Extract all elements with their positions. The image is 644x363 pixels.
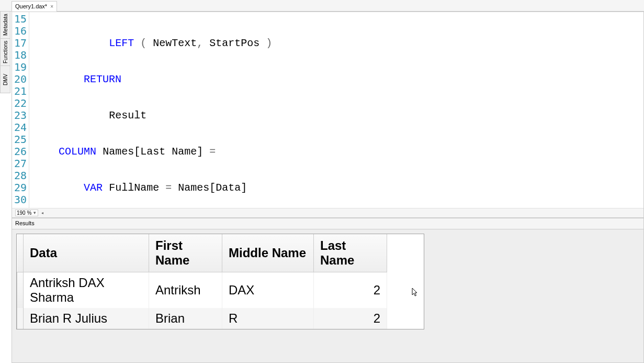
cell: Antriksh	[149, 272, 222, 309]
cell: R	[222, 308, 314, 329]
code-content[interactable]: LEFT ( NewText, StartPos ) RETURN Result…	[29, 12, 429, 209]
code-line: RETURN	[33, 73, 429, 85]
code-line: COLUMN Names[Last Name] =	[33, 146, 429, 158]
table-header-row: Data First Name Middle Name Last Name	[17, 234, 387, 272]
column-header[interactable]: First Name	[149, 234, 222, 272]
row-selector[interactable]	[17, 272, 24, 309]
chevron-down-icon: ▼	[32, 211, 37, 215]
cell: Brian	[149, 308, 222, 329]
tab-title: Query1.dax*	[15, 3, 47, 9]
side-tab-strip: Metadata Functions DMV	[0, 12, 10, 93]
side-tab-dmv[interactable]: DMV	[0, 66, 10, 93]
code-editor[interactable]: 15161718 19202122 23242526 27282930 LEFT…	[12, 12, 644, 218]
results-title: Results	[15, 220, 35, 226]
column-header[interactable]: Data	[24, 234, 149, 272]
cell: 2	[314, 272, 387, 309]
results-panel-header[interactable]: Results	[12, 218, 644, 229]
code-line: LEFT ( NewText, StartPos )	[33, 37, 429, 49]
row-selector-header	[17, 234, 24, 272]
table-row[interactable]: Antriksh DAX Sharma Antriksh DAX 2	[17, 272, 387, 309]
table-row[interactable]: Brian R Julius Brian R 2	[17, 308, 387, 329]
zoom-dropdown[interactable]: 190 % ▼	[15, 210, 38, 216]
column-header[interactable]: Middle Name	[222, 234, 314, 272]
results-grid[interactable]: Data First Name Middle Name Last Name An…	[16, 234, 424, 329]
side-tab-metadata[interactable]: Metadata	[0, 12, 10, 39]
side-tab-functions[interactable]: Functions	[0, 39, 10, 66]
cell: Brian R Julius	[24, 308, 149, 329]
close-icon[interactable]: ×	[50, 4, 53, 9]
cell: Antriksh DAX Sharma	[24, 272, 149, 309]
cell: 2	[314, 308, 387, 329]
cell: DAX	[222, 272, 314, 309]
code-line: VAR FullName = Names[Data]	[33, 182, 429, 194]
line-number-gutter: 15161718 19202122 23242526 27282930	[12, 12, 29, 209]
zoom-value: 190 %	[17, 210, 31, 216]
file-tab[interactable]: Query1.dax* ×	[12, 1, 57, 12]
zoom-bar: 190 % ▼ ◂	[12, 208, 643, 217]
code-line: Result	[33, 109, 429, 122]
tab-bar: Query1.dax* ×	[0, 0, 644, 12]
row-selector[interactable]	[17, 308, 24, 329]
results-panel: Data First Name Middle Name Last Name An…	[12, 229, 644, 363]
scroll-left-icon[interactable]: ◂	[41, 211, 43, 215]
column-header[interactable]: Last Name	[314, 234, 387, 272]
